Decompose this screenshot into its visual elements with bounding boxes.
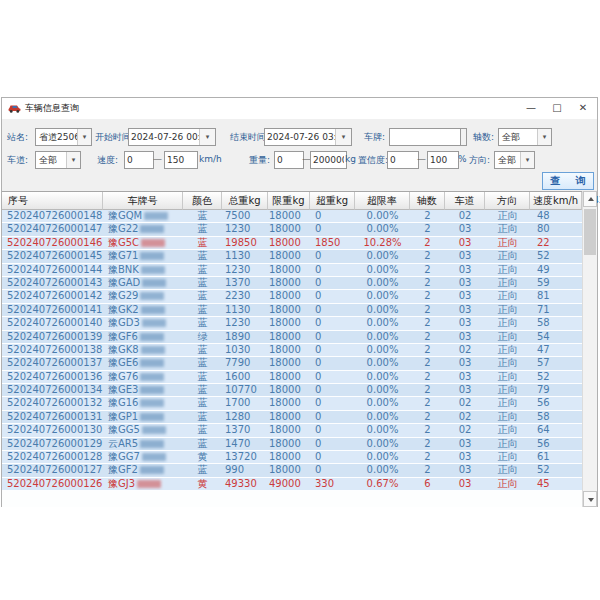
plate-blur-mask: [140, 466, 164, 474]
cell-axles: 2: [410, 344, 445, 356]
cell-serial: 520240726000138: [2, 344, 103, 356]
plate-input[interactable]: [389, 128, 461, 146]
cell-direction: 正向: [485, 424, 530, 436]
table-header-gross[interactable]: 总重kg: [222, 192, 268, 210]
cell-lane: 03: [445, 371, 485, 383]
table-row[interactable]: 520240726000126豫GJ3黄49330490003300.67%60…: [2, 478, 582, 491]
cell-direction: 正向: [485, 451, 530, 463]
table-header-speed[interactable]: 速度km/h: [530, 192, 582, 210]
cell-overlimit-rate: 0.00%: [355, 331, 410, 343]
cell-serial: 520240726000143: [2, 277, 103, 289]
table-row[interactable]: 520240726000148豫GQM蓝75001800000.00%202正向…: [2, 210, 582, 223]
direction-select[interactable]: 全部 ▾: [494, 151, 535, 169]
cell-overweight: 330: [310, 478, 355, 490]
cell-weight-limit: 18000: [268, 223, 310, 235]
plate-blur-mask: [141, 306, 165, 314]
table-row[interactable]: 520240726000143豫GAD蓝13701800000.00%203正向…: [2, 277, 582, 290]
speed-min-input[interactable]: [124, 151, 154, 169]
cell-lane: 03: [445, 250, 485, 262]
cell-direction: 正向: [485, 357, 530, 369]
cell-axles: 2: [410, 210, 445, 222]
table-row[interactable]: 520240726000134豫GE3蓝107701800000.00%203正…: [2, 384, 582, 397]
cell-gross-weight: 1130: [222, 304, 268, 316]
chevron-down-icon[interactable]: ▾: [77, 129, 91, 145]
cell-color: 蓝: [183, 317, 222, 329]
speed-max-input[interactable]: [164, 151, 198, 169]
table-row[interactable]: 520240726000136豫G76蓝16001800000.00%203正向…: [2, 371, 582, 384]
table-row[interactable]: 520240726000140豫GD3蓝12301800000.00%203正向…: [2, 317, 582, 330]
table-header-lane[interactable]: 车道: [445, 192, 485, 210]
cell-axles: 2: [410, 384, 445, 396]
axle-select[interactable]: 全部 ▾: [498, 128, 552, 146]
table-row[interactable]: 520240726000146豫G5C蓝1985018000185010.28%…: [2, 237, 582, 250]
cell-overlimit-rate: 0.00%: [355, 371, 410, 383]
station-select[interactable]: 省道2506 ▾: [35, 128, 92, 146]
cell-axles: 2: [410, 237, 445, 249]
cell-gross-weight: 1890: [222, 331, 268, 343]
plate-aux-button[interactable]: [460, 128, 467, 146]
table-header-dir[interactable]: 方向: [485, 192, 530, 210]
cell-overlimit-rate: 0.00%: [355, 397, 410, 409]
cell-weight-limit: 18000: [268, 464, 310, 476]
cell-plate: 豫GG7: [103, 451, 183, 463]
cell-overweight: 0: [310, 264, 355, 276]
scroll-up-button[interactable]: [583, 191, 597, 207]
plate-prefix: 豫BNK: [108, 264, 139, 275]
table-header-limit[interactable]: 限重kg: [268, 192, 310, 210]
table-row[interactable]: 520240726000137豫GE6蓝77901800000.00%203正向…: [2, 357, 582, 370]
scroll-down-button[interactable]: [583, 491, 597, 507]
scrollbar-thumb[interactable]: [584, 209, 596, 255]
table-row[interactable]: 520240726000131豫GP1蓝12801800000.00%202正向…: [2, 411, 582, 424]
close-button[interactable]: ✕: [569, 98, 597, 118]
minimize-button[interactable]: —: [517, 98, 545, 118]
vertical-scrollbar[interactable]: [582, 191, 597, 507]
table-row[interactable]: 520240726000128豫GG7黄137201800000.00%203正…: [2, 451, 582, 464]
cell-serial: 520240726000126: [2, 478, 103, 490]
confidence-max-input[interactable]: [427, 151, 459, 169]
query-button[interactable]: 查 询: [542, 172, 594, 190]
table-header-axles[interactable]: 轴数: [410, 192, 445, 210]
weight-min-input[interactable]: [274, 151, 304, 169]
calendar-dropdown-icon[interactable]: ▾: [199, 129, 215, 145]
cell-overlimit-rate: 0.00%: [355, 277, 410, 289]
table-row[interactable]: 520240726000142豫G29蓝22301800000.00%203正向…: [2, 290, 582, 303]
plate-prefix: 豫GG5: [108, 424, 140, 435]
cell-color: 蓝: [183, 290, 222, 302]
chevron-down-icon[interactable]: ▾: [537, 129, 551, 145]
cell-axles: 2: [410, 250, 445, 262]
cell-lane: 03: [445, 264, 485, 276]
table-row[interactable]: 520240726000139豫GF6绿18901800000.00%203正向…: [2, 331, 582, 344]
plate-blur-mask: [141, 266, 165, 274]
table-row[interactable]: 520240726000138豫GK8蓝10301800000.00%202正向…: [2, 344, 582, 357]
table-row[interactable]: 520240726000130豫GG5蓝13701800000.00%202正向…: [2, 424, 582, 437]
cell-overweight: 0: [310, 250, 355, 262]
chevron-down-icon[interactable]: ▾: [66, 152, 80, 168]
calendar-dropdown-icon[interactable]: ▾: [335, 129, 351, 145]
cell-overweight: 0: [310, 317, 355, 329]
cell-speed: 58: [530, 411, 582, 423]
confidence-min-input[interactable]: [387, 151, 419, 169]
table-row[interactable]: 520240726000145豫G71蓝11301800000.00%203正向…: [2, 250, 582, 263]
table-header-color[interactable]: 颜色: [183, 192, 222, 210]
start-time-picker[interactable]: 2024-07-26 00:06:02 ▾: [128, 128, 216, 146]
cell-speed: 64: [530, 424, 582, 436]
table-row[interactable]: 520240726000141豫GK2蓝11301800000.00%203正向…: [2, 304, 582, 317]
lane-select[interactable]: 全部 ▾: [35, 151, 81, 169]
table-row[interactable]: 520240726000147豫G22蓝12301800000.00%203正向…: [2, 223, 582, 236]
chevron-down-icon[interactable]: ▾: [520, 152, 534, 168]
table-row[interactable]: 520240726000144豫BNK蓝12301800000.00%203正向…: [2, 264, 582, 277]
table-header-over[interactable]: 超重kg: [310, 192, 355, 210]
cell-weight-limit: 18000: [268, 237, 310, 249]
maximize-button[interactable]: □: [543, 98, 571, 118]
weight-max-input[interactable]: [310, 151, 347, 169]
table-row[interactable]: 520240726000129云AR5蓝14701800000.00%203正向…: [2, 438, 582, 451]
cell-gross-weight: 19850: [222, 237, 268, 249]
table-header-row: 序号车牌号颜色总重kg限重kg超重kg超限率轴数车道方向速度km/h: [2, 192, 582, 210]
table-header-rate[interactable]: 超限率: [355, 192, 410, 210]
table-header-serial[interactable]: 序号: [2, 192, 103, 210]
table-row[interactable]: 520240726000127豫GF2蓝9901800000.00%203正向5…: [2, 464, 582, 477]
end-time-picker[interactable]: 2024-07-26 03:06:02 ▾: [264, 128, 352, 146]
table-row[interactable]: 520240726000132豫G16蓝17001800000.00%202正向…: [2, 397, 582, 410]
table-header-plate[interactable]: 车牌号: [103, 192, 183, 210]
cell-weight-limit: 18000: [268, 317, 310, 329]
